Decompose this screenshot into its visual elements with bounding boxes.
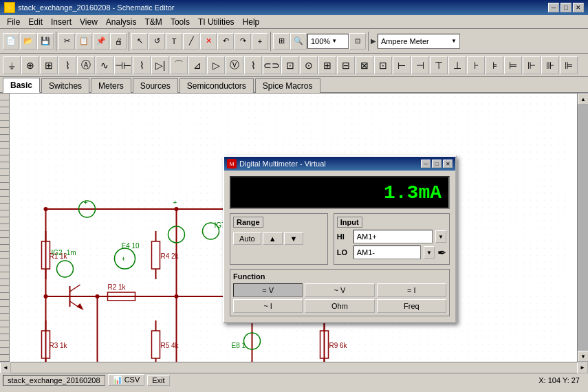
text-button[interactable]: T: [166, 33, 182, 50]
cursor-button[interactable]: ↖: [131, 33, 148, 50]
fit-button[interactable]: ⊡: [349, 33, 366, 50]
hi-dropdown-arrow[interactable]: ▼: [435, 230, 446, 243]
dmm-title: Digital Multimeter - Virtual: [239, 160, 421, 168]
scroll-down-button[interactable]: ▼: [578, 351, 588, 362]
comp-misc4[interactable]: ⊡: [374, 56, 392, 74]
comp-misc2[interactable]: ⊟: [337, 56, 355, 74]
menu-edit[interactable]: Edit: [24, 16, 47, 28]
instrument-label: ▶: [371, 37, 376, 45]
comp-misc11[interactable]: ⊨: [504, 56, 522, 74]
print-button[interactable]: 🖨: [110, 33, 127, 50]
comp-vcc[interactable]: ⊕: [21, 56, 39, 74]
hi-dropdown[interactable]: AM1+: [353, 230, 433, 243]
zoom-in-button[interactable]: 🔍: [290, 33, 307, 50]
range-down-btn[interactable]: ▼: [284, 232, 304, 245]
func-ac-v[interactable]: ~ V: [305, 283, 374, 297]
comp-capacitor[interactable]: ⊣⊢: [114, 56, 132, 74]
comp-misc6[interactable]: ⊣: [411, 56, 429, 74]
func-ac-i[interactable]: ~ I: [233, 299, 303, 313]
lo-dropdown[interactable]: AM1-: [353, 246, 421, 259]
tab-semiconductors[interactable]: Semiconductors: [179, 78, 254, 93]
paste-button[interactable]: 📌: [93, 33, 109, 50]
undo-button[interactable]: ↶: [217, 33, 234, 50]
close-button[interactable]: ✕: [573, 3, 584, 12]
comp-opamp[interactable]: ▷: [207, 56, 225, 74]
comp-misc3[interactable]: ⊠: [356, 56, 373, 74]
menu-view[interactable]: View: [76, 16, 102, 28]
dmm-close[interactable]: ✕: [443, 160, 453, 168]
schematic-canvas[interactable]: R6 3k R1 1k R2 1k R3 1k R4 2k: [10, 94, 577, 362]
comp-scope[interactable]: ⌇: [244, 56, 262, 74]
instrument-dropdown[interactable]: Ampere Meter ▼: [378, 34, 460, 49]
rotate-button[interactable]: ↺: [149, 33, 165, 50]
func-dc-v[interactable]: = V: [233, 283, 303, 297]
cut-button[interactable]: ✂: [58, 33, 75, 50]
comp-misc1[interactable]: ⊞: [318, 56, 336, 74]
menu-file[interactable]: File: [3, 16, 24, 28]
comp-misc9[interactable]: ⊦: [467, 56, 485, 74]
comp-voltmeter[interactable]: Ⓥ: [226, 56, 243, 74]
minimize-button[interactable]: ─: [548, 3, 559, 12]
comp-ground[interactable]: ⏚: [3, 56, 21, 74]
scroll-track-right[interactable]: [578, 105, 588, 351]
menu-ti-utilities[interactable]: TI Utilities: [194, 16, 239, 28]
grid-button[interactable]: ⊞: [273, 33, 290, 50]
func-ohm[interactable]: Ohm: [305, 299, 374, 313]
exit-button[interactable]: Exit: [147, 375, 169, 386]
csv-button[interactable]: 📊 CSV: [108, 374, 145, 386]
comp-resistor[interactable]: ⌇: [58, 56, 76, 74]
comp-relay[interactable]: ⊡: [281, 56, 299, 74]
tab-basic[interactable]: Basic: [3, 78, 40, 93]
dmm-titlebar[interactable]: M Digital Multimeter - Virtual ─ □ ✕: [224, 157, 455, 171]
dmm-minimize[interactable]: ─: [421, 160, 431, 168]
tab-spice-macros[interactable]: Spice Macros: [255, 78, 320, 93]
tab-meters[interactable]: Meters: [91, 78, 131, 93]
comp-misc14[interactable]: ⊫: [560, 56, 578, 74]
comp-diode[interactable]: ▷|: [151, 56, 169, 74]
comp-lamp[interactable]: ⊙: [300, 56, 318, 74]
lo-dropdown-arrow[interactable]: ▼: [424, 246, 435, 259]
redo-button[interactable]: ↷: [235, 33, 251, 50]
comp-inductor[interactable]: ⌇: [133, 56, 151, 74]
scroll-up-button[interactable]: ▲: [578, 94, 588, 105]
menu-analysis[interactable]: Analysis: [102, 16, 141, 28]
range-auto-btn[interactable]: Auto: [233, 232, 261, 245]
save-button[interactable]: 💾: [37, 33, 54, 50]
scroll-left-button[interactable]: ◄: [0, 362, 11, 373]
comp-misc13[interactable]: ⊪: [541, 56, 559, 74]
comp-misc10[interactable]: ⊧: [486, 56, 503, 74]
tab-sources[interactable]: Sources: [133, 78, 178, 93]
scroll-right-button[interactable]: ►: [577, 362, 588, 373]
comp-ammeter[interactable]: Ⓐ: [77, 56, 95, 74]
new-button[interactable]: 📄: [3, 33, 19, 50]
func-dc-i[interactable]: = I: [377, 283, 446, 297]
comp-misc8[interactable]: ⊥: [448, 56, 466, 74]
comp-misc5[interactable]: ⊢: [393, 56, 411, 74]
tab-switches[interactable]: Switches: [41, 78, 89, 93]
comp-misc7[interactable]: ⊤: [430, 56, 448, 74]
maximize-button[interactable]: □: [560, 3, 571, 12]
probe-icon[interactable]: ✒: [437, 246, 446, 259]
dmm-range-section: Range Auto ▲ ▼: [230, 213, 328, 265]
comp-switch[interactable]: ⌒: [170, 56, 188, 74]
coordinates: X: 104 Y: 27: [538, 376, 580, 384]
comp-junction[interactable]: ⊞: [40, 56, 58, 74]
range-up-btn[interactable]: ▲: [263, 232, 283, 245]
menu-help[interactable]: Help: [239, 16, 264, 28]
dmm-maximize[interactable]: □: [432, 160, 442, 168]
open-button[interactable]: 📂: [20, 33, 36, 50]
func-freq[interactable]: Freq: [377, 299, 446, 313]
comp-ac-source[interactable]: ∿: [96, 56, 113, 74]
file-tab[interactable]: stack_exchange_20160208: [3, 375, 105, 386]
wire-button[interactable]: ╱: [183, 33, 199, 50]
wire2-button[interactable]: +: [252, 33, 268, 50]
zoom-level[interactable]: 100% ▼: [307, 34, 349, 49]
menu-tools[interactable]: Tools: [166, 16, 194, 28]
menu-tm[interactable]: T&M: [141, 16, 166, 28]
comp-misc12[interactable]: ⊩: [523, 56, 541, 74]
comp-transistor[interactable]: ⊿: [188, 56, 206, 74]
delete-button[interactable]: ✕: [200, 33, 217, 50]
copy-button[interactable]: 📋: [76, 33, 92, 50]
menu-insert[interactable]: Insert: [47, 16, 76, 28]
comp-xfmr[interactable]: ⊂⊃: [263, 56, 281, 74]
